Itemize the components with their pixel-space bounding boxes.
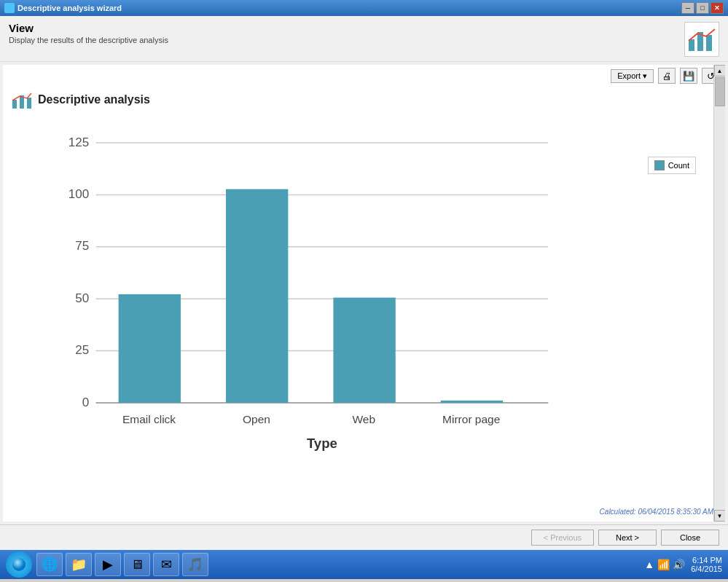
window-controls: ─ □ ✕ [681, 2, 724, 14]
save-button[interactable]: 💾 [680, 68, 697, 84]
bar-open [226, 189, 288, 403]
svg-rect-5 [27, 98, 31, 109]
taskbar-app-media[interactable]: ▶ [95, 553, 121, 576]
legend-label: Count [668, 161, 689, 170]
title-bar: Descriptive analysis wizard ─ □ ✕ [0, 0, 728, 16]
svg-text:Type: Type [307, 436, 337, 451]
bottom-bar: < Previous Next > Close [0, 524, 728, 550]
main-window: View Display the results of the descript… [0, 16, 728, 550]
header-icon [684, 22, 719, 57]
calculated-text: Calculated: 06/04/2015 8:35:30 AM [600, 508, 713, 516]
taskbar-clock[interactable]: 6:14 PM 6/4/2015 [691, 556, 722, 573]
taskbar-app-folder[interactable]: 📁 [66, 553, 92, 576]
taskbar-right: ▲ 📶 🔊 6:14 PM 6/4/2015 [644, 556, 722, 573]
maximize-button[interactable]: □ [696, 2, 709, 14]
vertical-scrollbar[interactable]: ▲ ▼ [713, 65, 725, 522]
next-button[interactable]: Next > [598, 530, 657, 546]
page-subtitle: Display the results of the descriptive a… [9, 36, 168, 44]
network-icon[interactable]: 📶 [657, 559, 670, 570]
scroll-up-arrow[interactable]: ▲ [714, 65, 726, 76]
svg-text:0: 0 [82, 396, 89, 409]
legend-color-swatch [654, 160, 665, 170]
chart-title: Descriptive analysis [38, 93, 150, 106]
export-button[interactable]: Export ▾ [611, 69, 654, 83]
bar-mirror-page [441, 401, 503, 403]
svg-text:125: 125 [69, 135, 89, 149]
taskbar-app-ie[interactable]: 🌐 [36, 553, 63, 576]
svg-text:50: 50 [75, 291, 89, 305]
scroll-down-arrow[interactable]: ▼ [714, 510, 726, 522]
scroll-thumb[interactable] [715, 77, 725, 106]
svg-text:Web: Web [353, 413, 376, 425]
chart-title-area: Descriptive analysis [3, 87, 725, 113]
previous-button[interactable]: < Previous [531, 530, 594, 546]
minimize-button[interactable]: ─ [681, 2, 694, 14]
taskbar-apps: 🌐 📁 ▶ 🖥 ✉ 🎵 [36, 553, 208, 576]
content-area: Export ▾ 🖨 💾 ↺ Descriptive analysis [3, 65, 725, 522]
app-icon [4, 3, 15, 13]
svg-rect-3 [12, 100, 17, 109]
page-title: View [9, 22, 168, 34]
svg-text:75: 75 [75, 239, 89, 253]
start-button[interactable] [6, 551, 32, 578]
svg-point-25 [12, 558, 26, 571]
taskbar: 🌐 📁 ▶ 🖥 ✉ 🎵 ▲ 📶 🔊 6:14 PM 6/4/2015 [0, 550, 728, 579]
bar-email-click [119, 294, 181, 403]
close-window-button[interactable]: ✕ [711, 2, 724, 14]
chart-toolbar: Export ▾ 🖨 💾 ↺ [3, 65, 725, 87]
tray-arrow-icon[interactable]: ▲ [644, 559, 654, 570]
taskbar-app-music[interactable]: 🎵 [182, 553, 208, 576]
svg-rect-0 [689, 39, 694, 51]
svg-rect-2 [706, 35, 712, 51]
svg-text:Open: Open [243, 413, 270, 425]
header: View Display the results of the descript… [0, 16, 728, 62]
print-button[interactable]: 🖨 [658, 68, 676, 84]
svg-text:25: 25 [75, 343, 89, 357]
svg-text:Email click: Email click [122, 413, 176, 425]
title-bar-text: Descriptive analysis wizard [17, 4, 122, 12]
scroll-track[interactable] [714, 76, 725, 510]
close-button[interactable]: Close [661, 530, 719, 546]
taskbar-left: 🌐 📁 ▶ 🖥 ✉ 🎵 [6, 551, 208, 578]
clock-time: 6:14 PM [691, 556, 722, 565]
svg-text:Mirror page: Mirror page [442, 413, 500, 425]
volume-icon[interactable]: 🔊 [673, 559, 685, 570]
system-tray-icons: ▲ 📶 🔊 [644, 559, 685, 570]
clock-date: 6/4/2015 [691, 565, 722, 573]
svg-text:100: 100 [69, 187, 89, 201]
chart-area: 0 25 50 75 100 125 Email click Open Web [3, 113, 725, 522]
chart-legend: Count [648, 157, 696, 174]
taskbar-app-mail[interactable]: ✉ [153, 553, 179, 576]
chart-svg: 0 25 50 75 100 125 Email click Open Web [39, 120, 718, 505]
bar-web [333, 298, 395, 403]
taskbar-app-monitor[interactable]: 🖥 [124, 553, 150, 576]
